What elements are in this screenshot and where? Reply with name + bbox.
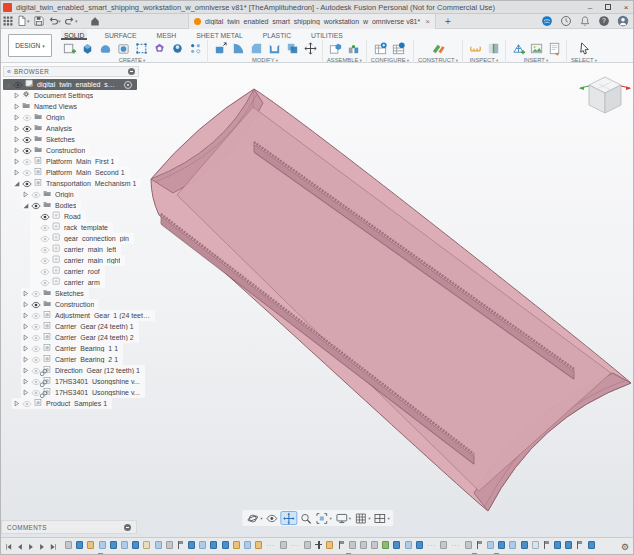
tree-row-carrier-bearing-1-1[interactable]: Carrier_Bearing_1 1 — [21, 343, 123, 354]
hole-icon[interactable] — [169, 40, 185, 56]
fit-caret-icon[interactable]: ▾ — [330, 516, 332, 521]
job-status-icon[interactable] — [559, 15, 572, 28]
visibility-eye-icon[interactable] — [30, 191, 42, 199]
timeline-feature-pale-icon[interactable] — [199, 541, 206, 549]
notifications-icon[interactable] — [578, 15, 591, 28]
tree-row-17hs3401-usongshine-v[interactable]: 17HS3401_Usongshine v... — [21, 387, 145, 398]
tree-expander-icon[interactable] — [21, 377, 30, 386]
timeline-feature-blue-icon[interactable] — [554, 541, 561, 549]
timeline-settings-gear-icon[interactable]: ⚙ — [619, 539, 634, 555]
tree-row-origin[interactable]: Origin — [21, 189, 79, 200]
configuration-icon[interactable] — [373, 40, 389, 56]
canvas-icon[interactable] — [528, 40, 544, 56]
timeline-go-to-end-button[interactable] — [48, 541, 58, 553]
tree-row-road[interactable]: Road — [30, 211, 86, 222]
tree-row-document-settings[interactable]: Document Settings — [12, 90, 98, 101]
tree-expander-icon[interactable] — [12, 124, 21, 133]
document-tab-close-icon[interactable]: × — [425, 17, 430, 26]
tree-row-carrier-gear-24-teeth-2[interactable]: Carrier_Gear (24 teeth) 2 — [21, 332, 139, 343]
timeline-feature-flag-icon[interactable] — [338, 541, 345, 549]
create-sketch-icon[interactable] — [61, 40, 77, 56]
timeline-feature-orange-icon[interactable] — [255, 541, 262, 549]
tree-row-construction[interactable]: Construction — [21, 299, 99, 310]
tree-expander-icon[interactable] — [21, 355, 30, 364]
visibility-eye-icon[interactable] — [12, 81, 24, 89]
visibility-eye-icon[interactable] — [30, 290, 42, 298]
orbit-caret-icon[interactable]: ▾ — [260, 516, 262, 521]
viewports-caret-icon[interactable]: ▾ — [387, 516, 389, 521]
timeline-feature-gray-icon[interactable] — [371, 541, 378, 549]
timeline-feature-blue-icon[interactable] — [521, 541, 528, 549]
timeline-feature-flag-icon[interactable] — [177, 541, 184, 549]
browser-options-icon[interactable] — [128, 68, 135, 75]
chamfer-icon[interactable] — [248, 40, 264, 56]
combine-icon[interactable] — [284, 40, 300, 56]
timeline-feature-orange-icon[interactable] — [326, 541, 333, 549]
visibility-eye-icon[interactable] — [39, 268, 51, 276]
workspace-selector-button[interactable]: DESIGN — [8, 34, 52, 57]
tree-expander-icon[interactable] — [12, 135, 21, 144]
timeline-feature-gray-icon[interactable] — [349, 541, 356, 549]
viewport-canvas[interactable]: « BROWSER digital_twin_enabled_smart_s..… — [1, 63, 634, 537]
extrude-icon[interactable] — [79, 40, 95, 56]
browser-collapse-icon[interactable]: « — [7, 68, 11, 75]
timeline-step-back-button[interactable] — [15, 541, 25, 553]
home-tab-icon[interactable] — [88, 15, 102, 28]
tree-row-carrier-main-right[interactable]: carrier_main_right — [30, 255, 125, 266]
timeline-feature-blue-icon[interactable] — [588, 541, 595, 549]
timeline-feature-gray-icon[interactable] — [280, 541, 287, 549]
view-cube[interactable] — [579, 69, 631, 121]
tree-row-product-samples-1[interactable]: Product_Samples 1 — [12, 398, 112, 409]
visibility-eye-icon[interactable] — [39, 213, 51, 221]
tree-expander-icon[interactable] — [12, 146, 21, 155]
comments-bar[interactable]: COMMENTS — [1, 520, 137, 534]
visibility-eye-icon[interactable] — [21, 147, 33, 155]
timeline-feature-pale-icon[interactable] — [509, 541, 516, 549]
visibility-eye-icon[interactable] — [21, 169, 33, 177]
component-activate-radio[interactable] — [124, 81, 132, 89]
coil-icon[interactable] — [151, 40, 167, 56]
save-icon[interactable] — [32, 15, 46, 28]
tree-expander-icon[interactable] — [21, 344, 30, 353]
tree-expander-icon[interactable] — [12, 91, 21, 100]
tree-expander-icon[interactable] — [12, 102, 21, 111]
timeline-feature-blue-icon[interactable] — [393, 541, 400, 549]
timeline-feature-blue-icon[interactable] — [132, 541, 139, 549]
tree-expander-icon[interactable] — [21, 311, 30, 320]
timeline-feature-gray-icon[interactable] — [304, 541, 311, 549]
tree-expander-icon[interactable] — [12, 157, 21, 166]
visibility-eye-icon[interactable] — [30, 334, 42, 342]
timeline-feature-blue-icon[interactable] — [498, 541, 505, 549]
timeline-feature-pale-icon[interactable] — [155, 541, 162, 549]
timeline-feature-grid-icon[interactable] — [532, 541, 539, 549]
visibility-eye-icon[interactable] — [39, 257, 51, 265]
tree-expander-icon[interactable] — [21, 289, 30, 298]
construction-plane-icon[interactable] — [430, 40, 446, 56]
visibility-eye-icon[interactable] — [21, 180, 33, 188]
visibility-eye-icon[interactable] — [30, 202, 42, 210]
tree-expander-icon[interactable] — [12, 113, 21, 122]
timeline-feature-orange-icon[interactable] — [233, 541, 240, 549]
new-tab-button[interactable]: + — [441, 15, 455, 28]
timeline-strip[interactable]: ············ — [65, 539, 615, 555]
timeline-feature-blue-icon[interactable] — [110, 541, 117, 549]
timeline-feature-flag-icon[interactable] — [476, 541, 483, 549]
timeline-feature-pale-icon[interactable] — [244, 541, 251, 549]
display-settings-icon[interactable]: ▾ — [334, 511, 352, 525]
tree-expander-icon[interactable] — [3, 80, 12, 89]
timeline-feature-cross-icon[interactable] — [315, 541, 322, 549]
configuration-table-icon[interactable] — [391, 40, 407, 56]
comments-collapse-icon[interactable] — [124, 524, 131, 531]
derive-icon[interactable] — [115, 40, 131, 56]
tree-row-digital-twin-enabled-smart-s[interactable]: digital_twin_enabled_smart_s... — [3, 79, 137, 90]
grid-and-snaps-icon[interactable]: ▾ — [353, 511, 371, 525]
help-icon[interactable]: ? — [597, 15, 610, 28]
visibility-eye-icon[interactable] — [39, 235, 51, 243]
tree-row-bodies[interactable]: Bodies — [21, 200, 81, 211]
maximize-button[interactable] — [599, 2, 617, 13]
visibility-eye-icon[interactable] — [21, 114, 33, 122]
document-tab[interactable]: digital_twin_enabled_smart_shipping_work… — [188, 14, 436, 29]
ribbon-tab-utilities[interactable]: UTILITIES — [308, 30, 346, 40]
timeline-feature-blue-icon[interactable] — [416, 541, 423, 549]
timeline-feature-gray-icon[interactable] — [166, 541, 173, 549]
